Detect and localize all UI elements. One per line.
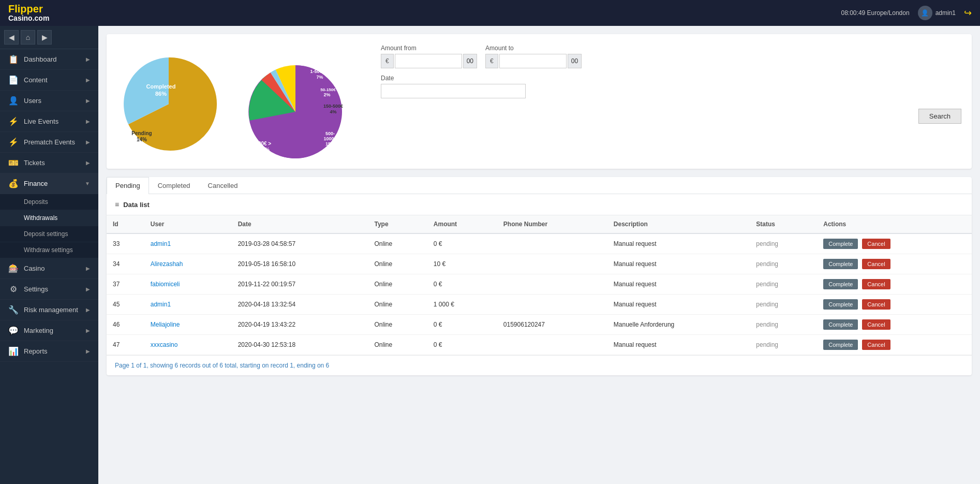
user-link[interactable]: Meliajoline bbox=[151, 321, 180, 328]
username-label: admin1 bbox=[936, 9, 956, 17]
cell-user[interactable]: fabiomiceli bbox=[144, 274, 232, 295]
cell-user[interactable]: xxxcasino bbox=[144, 335, 232, 355]
cell-user[interactable]: admin1 bbox=[144, 295, 232, 315]
date-input[interactable] bbox=[381, 84, 526, 98]
complete-button[interactable]: Complete bbox=[823, 340, 858, 350]
sidebar-item-prematch-events[interactable]: ⚡ Prematch Events ▶ bbox=[0, 132, 98, 153]
tabs-row: Pending Completed Cancelled bbox=[107, 177, 972, 194]
cancel-button[interactable]: Cancel bbox=[862, 239, 890, 249]
svg-text:86%: 86% bbox=[155, 91, 167, 97]
amount-from-input[interactable] bbox=[395, 54, 462, 68]
complete-button[interactable]: Complete bbox=[823, 259, 858, 269]
cancel-button[interactable]: Cancel bbox=[862, 340, 890, 350]
cell-status: pending bbox=[750, 233, 817, 254]
svg-text:1000€: 1000€ bbox=[323, 136, 336, 141]
cell-amount: 0 € bbox=[427, 274, 497, 295]
sidebar-label-live-events: Live Events bbox=[24, 118, 58, 125]
sidebar-sub-finance: Deposits Withdrawals Deposit settings Wi… bbox=[0, 194, 98, 258]
cancel-button[interactable]: Cancel bbox=[862, 319, 890, 330]
cell-actions: Complete Cancel bbox=[817, 335, 972, 355]
chevron-right-icon: ▶ bbox=[86, 98, 90, 104]
sidebar-item-reports[interactable]: 📊 Reports ▶ bbox=[0, 341, 98, 362]
cell-type: Online bbox=[368, 335, 427, 355]
cancel-button[interactable]: Cancel bbox=[862, 299, 890, 310]
status-badge: pending bbox=[756, 301, 778, 308]
nav-home-btn[interactable]: ⌂ bbox=[21, 30, 35, 45]
cell-amount: 0 € bbox=[427, 315, 497, 335]
cell-actions: Complete Cancel bbox=[817, 254, 972, 274]
complete-button[interactable]: Complete bbox=[823, 279, 858, 289]
cancel-button[interactable]: Cancel bbox=[862, 279, 890, 289]
svg-text:72%: 72% bbox=[259, 147, 270, 153]
logout-icon[interactable]: ↪ bbox=[964, 7, 972, 19]
tab-pending[interactable]: Pending bbox=[107, 177, 149, 194]
cell-user[interactable]: admin1 bbox=[144, 233, 232, 254]
svg-text:2%: 2% bbox=[323, 92, 330, 97]
cell-id: 34 bbox=[107, 254, 144, 274]
user-link[interactable]: Alirezashah bbox=[151, 260, 183, 268]
tab-completed[interactable]: Completed bbox=[149, 177, 199, 194]
cell-actions: Complete Cancel bbox=[817, 274, 972, 295]
sidebar-item-settings[interactable]: ⚙ Settings ▶ bbox=[0, 279, 98, 300]
sidebar-item-deposit-settings[interactable]: Deposit settings bbox=[0, 226, 98, 242]
chevron-right-icon: ▶ bbox=[86, 160, 90, 166]
cell-user[interactable]: Alirezashah bbox=[144, 254, 232, 274]
cell-id: 46 bbox=[107, 315, 144, 335]
sidebar-item-finance[interactable]: 💰 Finance ▼ bbox=[0, 173, 98, 194]
sidebar-item-risk-management[interactable]: 🔧 Risk management ▶ bbox=[0, 300, 98, 320]
cell-type: Online bbox=[368, 254, 427, 274]
svg-text:150-500€: 150-500€ bbox=[323, 104, 343, 109]
chevron-right-icon: ▶ bbox=[86, 307, 90, 313]
page-content: Completed 86% Pending 14% bbox=[98, 26, 980, 384]
risk-icon: 🔧 bbox=[8, 305, 19, 315]
sidebar-item-withdrawals[interactable]: Withdrawals bbox=[0, 210, 98, 226]
table-row: 45 admin1 2020-04-18 13:32:54 Online 1 0… bbox=[107, 295, 972, 315]
cell-description: Manuelle Anforderung bbox=[607, 315, 750, 335]
nav-forward-btn[interactable]: ▶ bbox=[37, 30, 52, 45]
deposit-settings-label: Deposit settings bbox=[24, 230, 68, 238]
sidebar-item-content[interactable]: 📄 Content ▶ bbox=[0, 70, 98, 91]
sidebar-item-deposits[interactable]: Deposits bbox=[0, 194, 98, 210]
amount-to-input[interactable] bbox=[499, 54, 567, 68]
sidebar-item-tickets[interactable]: 🎫 Tickets ▶ bbox=[0, 153, 98, 173]
sidebar-item-casino[interactable]: 🎰 Casino ▶ bbox=[0, 258, 98, 279]
nav-back-btn[interactable]: ◀ bbox=[4, 30, 19, 45]
complete-button[interactable]: Complete bbox=[823, 299, 858, 310]
sidebar-item-marketing[interactable]: 💬 Marketing ▶ bbox=[0, 320, 98, 341]
cell-description: Manual request bbox=[607, 233, 750, 254]
withdrawals-table: Id User Date Type Amount Phone Number De… bbox=[107, 215, 972, 355]
user-link[interactable]: admin1 bbox=[151, 240, 171, 247]
pagination-text: Page 1 of 1, showing 6 records out of 6 … bbox=[115, 362, 329, 369]
tab-cancelled[interactable]: Cancelled bbox=[199, 177, 247, 194]
date-group: Date bbox=[381, 75, 961, 98]
col-status: Status bbox=[750, 215, 817, 233]
complete-button[interactable]: Complete bbox=[823, 239, 858, 249]
casino-icon: 🎰 bbox=[8, 263, 19, 273]
col-description: Description bbox=[607, 215, 750, 233]
sidebar-item-users[interactable]: 👤 Users ▶ bbox=[0, 91, 98, 111]
cell-type: Online bbox=[368, 274, 427, 295]
sidebar-item-withdraw-settings[interactable]: Withdraw settings bbox=[0, 242, 98, 258]
sidebar-label-users: Users bbox=[24, 97, 41, 105]
cell-date: 2020-04-19 13:43:22 bbox=[232, 315, 368, 335]
finance-icon: 💰 bbox=[8, 179, 19, 188]
user-link[interactable]: fabiomiceli bbox=[151, 281, 180, 288]
user-link[interactable]: admin1 bbox=[151, 301, 171, 308]
table-row: 33 admin1 2019-03-28 04:58:57 Online 0 €… bbox=[107, 233, 972, 254]
cancel-button[interactable]: Cancel bbox=[862, 259, 890, 269]
cell-user[interactable]: Meliajoline bbox=[144, 315, 232, 335]
date-label: Date bbox=[381, 75, 961, 82]
sidebar-item-dashboard[interactable]: 📋 Dashboard ▶ bbox=[0, 49, 98, 70]
amount-filter-row: Amount from € 00 Amount to € bbox=[381, 45, 961, 68]
chevron-right-icon: ▶ bbox=[86, 56, 90, 62]
cell-id: 33 bbox=[107, 233, 144, 254]
search-button[interactable]: Search bbox=[918, 109, 961, 124]
complete-button[interactable]: Complete bbox=[823, 319, 858, 330]
sidebar-item-live-events[interactable]: ⚡ Live Events ▶ bbox=[0, 111, 98, 132]
content-area: Completed 86% Pending 14% bbox=[98, 26, 980, 484]
amount-from-cents: 00 bbox=[463, 54, 477, 68]
status-badge: pending bbox=[756, 240, 778, 247]
table-header-row: Id User Date Type Amount Phone Number De… bbox=[107, 215, 972, 233]
user-link[interactable]: xxxcasino bbox=[151, 341, 178, 348]
data-section: Pending Completed Cancelled ≡ Data list bbox=[107, 177, 972, 375]
